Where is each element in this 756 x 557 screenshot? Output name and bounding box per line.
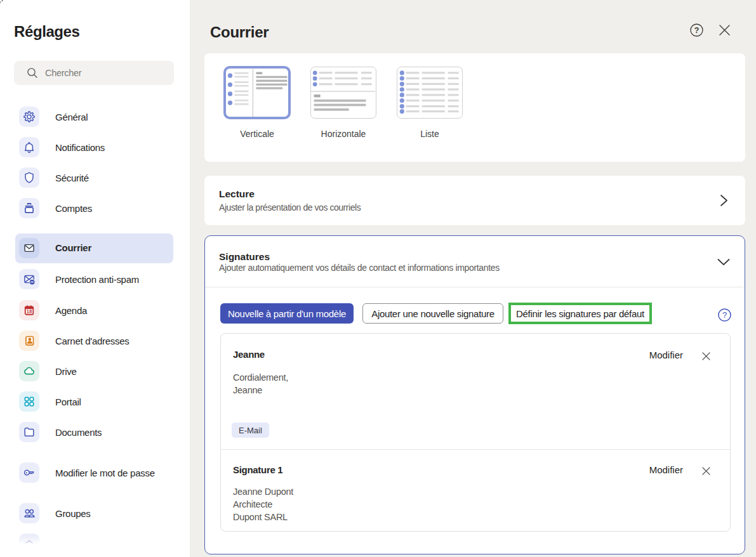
svg-text:?: ? bbox=[722, 310, 727, 320]
svg-text:18: 18 bbox=[26, 309, 32, 315]
svg-text:?: ? bbox=[694, 26, 700, 35]
